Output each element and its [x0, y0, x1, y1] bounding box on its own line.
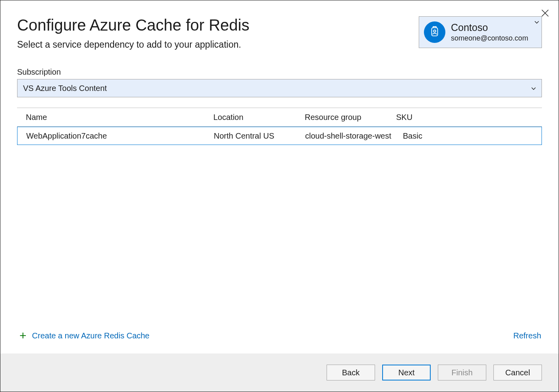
svg-point-3 — [433, 30, 436, 32]
grid-header: Name Location Resource group SKU — [17, 108, 542, 127]
subscription-label: Subscription — [17, 68, 542, 77]
cell-name: WebApplication7cache — [17, 131, 214, 141]
dialog-body: Configure Azure Cache for Redis Select a… — [0, 0, 559, 353]
azure-account-icon — [424, 21, 445, 43]
dialog-subtitle: Select a service dependency to add to yo… — [17, 39, 250, 50]
grid-header-sku[interactable]: SKU — [396, 113, 542, 122]
next-button[interactable]: Next — [382, 365, 431, 380]
dialog-title: Configure Azure Cache for Redis — [17, 16, 250, 34]
finish-button: Finish — [438, 365, 486, 380]
refresh-link[interactable]: Refresh — [513, 331, 541, 340]
cancel-button[interactable]: Cancel — [493, 365, 542, 380]
subscription-dropdown[interactable]: VS Azure Tools Content — [17, 79, 542, 97]
spacer — [17, 145, 542, 330]
create-new-cache-link[interactable]: + Create a new Azure Redis Cache — [19, 330, 149, 342]
create-link-label: Create a new Azure Redis Cache — [32, 331, 150, 340]
chevron-down-icon — [531, 84, 536, 93]
account-selector[interactable]: Contoso someone@contoso.com — [419, 16, 542, 48]
grid-header-location[interactable]: Location — [213, 113, 305, 122]
plus-icon: + — [19, 330, 27, 342]
grid-header-resource-group[interactable]: Resource group — [305, 113, 396, 122]
cache-grid: Name Location Resource group SKU WebAppl… — [17, 108, 542, 145]
title-block: Configure Azure Cache for Redis Select a… — [17, 16, 250, 50]
account-email: someone@contoso.com — [451, 34, 528, 43]
grid-header-name[interactable]: Name — [17, 113, 213, 122]
account-text: Contoso someone@contoso.com — [451, 21, 528, 43]
account-name: Contoso — [451, 21, 528, 34]
links-row: + Create a new Azure Redis Cache Refresh — [17, 330, 542, 353]
subscription-value: VS Azure Tools Content — [23, 84, 107, 93]
chevron-down-icon — [534, 19, 539, 26]
close-icon — [541, 9, 549, 17]
cell-resource-group: cloud-shell-storage-west — [305, 131, 403, 141]
dialog-configure-azure-cache: Configure Azure Cache for Redis Select a… — [0, 0, 559, 392]
back-button[interactable]: Back — [327, 365, 375, 380]
grid-row[interactable]: WebApplication7cache North Central US cl… — [17, 127, 542, 145]
header-row: Configure Azure Cache for Redis Select a… — [17, 16, 542, 50]
wizard-footer: Back Next Finish Cancel — [0, 353, 559, 392]
cell-sku: Basic — [403, 131, 542, 141]
cell-location: North Central US — [214, 131, 305, 141]
